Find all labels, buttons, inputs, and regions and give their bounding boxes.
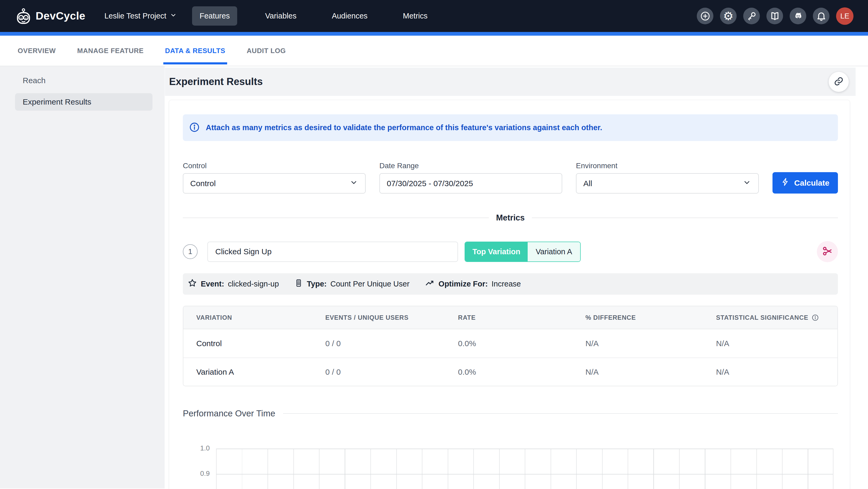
results-table-header: VARIATION EVENTS / UNIQUE USERS RATE % D… xyxy=(183,306,837,329)
nav-utility-icons: ⚙ LE xyxy=(697,7,854,25)
info-banner-text: Attach as many metrics as desired to val… xyxy=(206,123,602,132)
nav-item-variables[interactable]: Variables xyxy=(258,6,304,26)
info-banner: Attach as many metrics as desired to val… xyxy=(183,114,838,141)
events-value: 0 / 0 xyxy=(325,339,458,348)
type-value: Count Per Unique User xyxy=(330,280,409,288)
gear-icon: ⚙ xyxy=(723,10,734,22)
chart-plot-area xyxy=(216,449,833,489)
column-header-rate: RATE xyxy=(458,314,585,321)
brand-logo[interactable]: DevCycle xyxy=(15,8,86,24)
devcycle-robot-icon xyxy=(15,8,32,24)
page-header: Experiment Results xyxy=(165,67,856,96)
nav-item-metrics[interactable]: Metrics xyxy=(396,6,435,26)
user-avatar[interactable]: LE xyxy=(836,7,854,25)
environment-field-group: Environment All xyxy=(576,162,759,194)
environment-label: Environment xyxy=(576,162,759,170)
tab-data-results[interactable]: DATA & RESULTS xyxy=(165,36,225,66)
date-range-label: Date Range xyxy=(379,162,562,170)
brand-name: DevCycle xyxy=(36,10,86,22)
event-value: clicked-sign-up xyxy=(228,280,279,288)
accent-loading-bar xyxy=(0,32,868,36)
main-content: Experiment Results Attach as many metric… xyxy=(165,66,868,488)
optimize-detail: Optimize For: Increase xyxy=(425,278,521,290)
sidebar-item-experiment-results[interactable]: Experiment Results xyxy=(15,93,153,111)
nav-item-features[interactable]: Features xyxy=(192,6,237,26)
column-header-significance: STATISTICAL SIGNIFICANCE xyxy=(716,314,837,321)
page-title: Experiment Results xyxy=(169,76,263,87)
variation-name: Variation A xyxy=(183,368,325,376)
chevron-down-icon xyxy=(170,11,177,20)
page-layout: Reach Experiment Results Experiment Resu… xyxy=(0,66,868,488)
link-icon xyxy=(834,76,844,87)
filter-row: Control Control Date Range 07/30/2025 - … xyxy=(183,162,838,194)
plus-circle-icon xyxy=(700,11,711,21)
metric-name-input[interactable]: Clicked Sign Up xyxy=(207,241,458,262)
api-keys-button[interactable] xyxy=(743,8,760,24)
experiment-results-card: Attach as many metrics as desired to val… xyxy=(169,100,850,489)
date-range-field-group: Date Range 07/30/2025 - 07/30/2025 xyxy=(379,162,562,194)
control-select[interactable]: Control xyxy=(183,173,366,194)
event-detail: Event: clicked-sign-up xyxy=(188,278,279,290)
column-header-difference: % DIFFERENCE xyxy=(585,314,716,321)
detach-metric-button[interactable] xyxy=(817,241,838,262)
main-nav: Features Variables Audiences Metrics xyxy=(192,6,435,26)
notifications-button[interactable] xyxy=(813,8,830,24)
control-select-value: Control xyxy=(190,179,216,188)
trend-up-icon xyxy=(425,278,435,290)
chart-title: Performance Over Time xyxy=(183,408,275,419)
tab-overview[interactable]: OVERVIEW xyxy=(18,36,56,66)
key-icon xyxy=(746,11,757,21)
variation-name: Control xyxy=(183,339,325,348)
bell-icon xyxy=(816,11,827,21)
top-navigation: DevCycle Leslie Test Project Features Va… xyxy=(0,0,868,32)
table-row-variation-a: Variation A 0 / 0 0.0% N/A N/A xyxy=(183,357,837,386)
y-axis-tick-1: 1.0 xyxy=(192,444,210,452)
performance-chart: 1.0 0.9 xyxy=(216,449,833,489)
results-table: VARIATION EVENTS / UNIQUE USERS RATE % D… xyxy=(183,306,838,386)
rate-value: 0.0% xyxy=(458,368,585,376)
nav-item-audiences[interactable]: Audiences xyxy=(324,6,375,26)
settings-button[interactable]: ⚙ xyxy=(720,8,737,24)
divider-line xyxy=(283,413,838,414)
discord-icon xyxy=(793,10,804,22)
tab-audit-log[interactable]: AUDIT LOG xyxy=(247,36,286,66)
tab-manage-feature[interactable]: MANAGE FEATURE xyxy=(77,36,144,66)
create-new-button[interactable] xyxy=(697,8,713,24)
book-icon xyxy=(770,11,780,21)
y-axis-tick-2: 0.9 xyxy=(192,469,210,478)
toggle-top-variation[interactable]: Top Variation xyxy=(465,242,528,261)
chevron-down-icon xyxy=(742,178,751,189)
environment-select[interactable]: All xyxy=(576,173,759,194)
feature-tabbar: OVERVIEW MANAGE FEATURE DATA & RESULTS A… xyxy=(0,36,868,66)
docs-button[interactable] xyxy=(767,8,783,24)
results-sidebar: Reach Experiment Results xyxy=(0,66,165,488)
date-range-input[interactable]: 07/30/2025 - 07/30/2025 xyxy=(379,173,562,194)
metric-index-badge: 1 xyxy=(183,244,197,259)
star-icon xyxy=(188,278,197,290)
variation-toggle: Top Variation Variation A xyxy=(465,241,581,262)
control-label: Control xyxy=(183,162,366,170)
calculator-icon xyxy=(294,279,303,289)
scissors-icon xyxy=(822,246,833,258)
table-row-control: Control 0 / 0 0.0% N/A N/A xyxy=(183,329,837,357)
divider-line xyxy=(183,218,489,218)
date-range-value: 07/30/2025 - 07/30/2025 xyxy=(387,179,473,188)
difference-value: N/A xyxy=(585,339,716,348)
toggle-variation-a[interactable]: Variation A xyxy=(528,242,580,261)
info-circle-icon[interactable] xyxy=(811,314,819,321)
metrics-section-title: Metrics xyxy=(496,213,525,223)
calculate-button[interactable]: Calculate xyxy=(773,172,838,194)
project-name: Leslie Test Project xyxy=(104,11,166,20)
type-detail: Type: Count Per Unique User xyxy=(294,279,409,289)
column-header-events: EVENTS / UNIQUE USERS xyxy=(325,314,458,321)
column-header-significance-label: STATISTICAL SIGNIFICANCE xyxy=(716,314,808,321)
optimize-label: Optimize For: xyxy=(438,280,488,288)
control-field-group: Control Control xyxy=(183,162,366,194)
project-selector[interactable]: Leslie Test Project xyxy=(104,11,177,20)
event-label: Event: xyxy=(201,280,224,288)
optimize-value: Increase xyxy=(492,280,521,288)
copy-link-button[interactable] xyxy=(829,72,849,92)
significance-value: N/A xyxy=(716,368,837,376)
sidebar-item-reach[interactable]: Reach xyxy=(0,75,165,86)
discord-button[interactable] xyxy=(789,8,806,24)
